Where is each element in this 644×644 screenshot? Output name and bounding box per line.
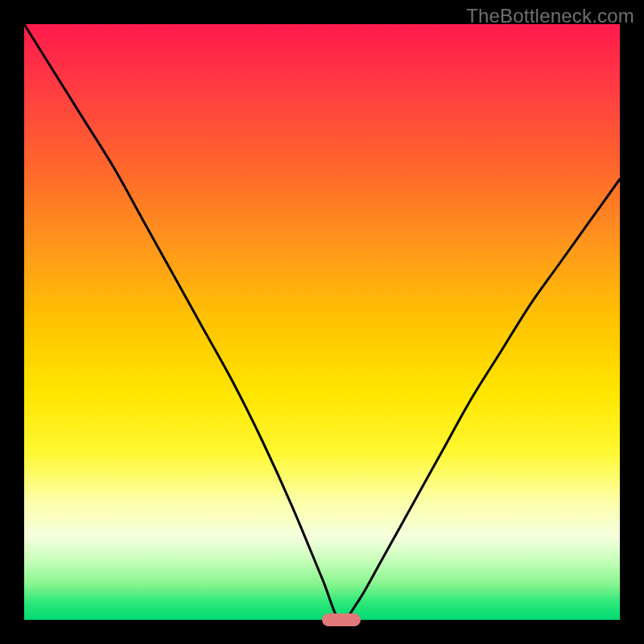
curve-path — [24, 24, 620, 620]
bottleneck-curve — [24, 24, 620, 620]
plot-area — [24, 24, 620, 620]
minimum-marker — [322, 613, 361, 626]
watermark-text: TheBottleneck.com — [466, 5, 634, 27]
chart-frame: TheBottleneck.com — [0, 0, 644, 644]
